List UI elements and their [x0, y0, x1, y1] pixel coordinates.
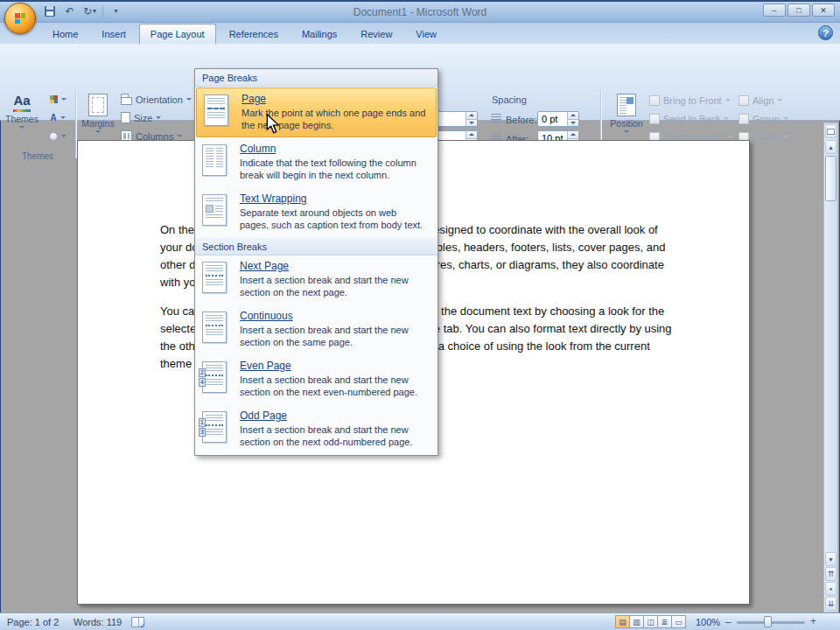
close-button[interactable]: ✕ [812, 4, 835, 17]
tab-references[interactable]: References [219, 24, 289, 44]
select-browse-object-button[interactable]: ● [825, 582, 836, 596]
spinner-control[interactable] [567, 112, 578, 126]
outline-view-button[interactable]: ≣ [657, 615, 672, 628]
theme-colors-icon [50, 95, 58, 103]
window-title: Document1 - Microsoft Word [0, 6, 840, 18]
proofing-status-button[interactable]: ✓ [131, 617, 144, 627]
scroll-up-button[interactable]: ▲ [825, 140, 836, 154]
web-layout-view-button[interactable]: ◫ [643, 615, 658, 628]
theme-effects-button[interactable] [44, 129, 72, 144]
chevron-down-icon: ▾ [93, 7, 96, 15]
scroll-down-button[interactable]: ▼ [825, 552, 836, 566]
draft-view-button[interactable]: ▭ [671, 615, 686, 628]
undo-button[interactable]: ↶ [62, 4, 77, 18]
next-page-button[interactable]: ⇊ [825, 597, 836, 611]
group-separator [75, 90, 76, 158]
zoom-slider-thumb[interactable] [764, 616, 772, 627]
theme-fonts-button[interactable]: A [44, 110, 72, 125]
menu-item-description: Insert a section break and start the new… [240, 275, 427, 298]
scrollbar-thumb[interactable] [825, 156, 836, 201]
bring-to-front-icon [649, 95, 660, 106]
size-label: Size [134, 113, 152, 123]
page-number-badge: 3 [199, 428, 206, 437]
margins-button-label: Margins [81, 118, 114, 129]
menu-item-description: Separate text around objects on web page… [240, 207, 427, 231]
spinner-control[interactable] [466, 112, 477, 126]
menu-item-title: Page [242, 93, 429, 105]
bring-to-front-button[interactable]: Bring to Front [649, 93, 733, 108]
send-to-back-button[interactable]: Send to Back [649, 111, 733, 126]
group-icon [738, 114, 749, 124]
menu-item-text-wrapping-break[interactable]: Text WrappingSeparate text around object… [195, 188, 438, 238]
tab-home[interactable]: Home [42, 24, 88, 44]
send-to-back-label: Send to Back [663, 114, 720, 124]
size-button[interactable]: Size [117, 110, 195, 125]
tab-view[interactable]: View [405, 24, 447, 44]
print-layout-view-button[interactable]: ▤ [615, 615, 630, 628]
spacing-before-value: 0 pt [538, 114, 557, 124]
theme-fonts-icon: A [50, 114, 56, 122]
full-screen-reading-view-button[interactable]: ▥ [629, 615, 644, 628]
redo-button[interactable]: ↻▾ [82, 4, 97, 18]
help-button[interactable]: ? [818, 25, 833, 40]
page-number-status[interactable]: Page: 1 of 2 [7, 617, 59, 627]
word-window: Document1 - Microsoft Word ↶ ↻▾ ▾ – □ ✕ … [0, 0, 840, 630]
customize-qat-button[interactable]: ▾ [108, 4, 123, 18]
office-logo-icon [15, 13, 25, 24]
theme-colors-button[interactable] [44, 92, 72, 107]
tab-review[interactable]: Review [350, 24, 402, 44]
minimize-button[interactable]: – [763, 4, 786, 17]
menu-item-column-break[interactable]: ColumnIndicate that the text following t… [195, 138, 438, 188]
menu-item-odd-page-section[interactable]: 13 Odd PageInsert a section break and st… [195, 405, 438, 455]
menu-item-description: Indicate that the text following the col… [240, 158, 427, 181]
chevron-down-icon [777, 99, 782, 102]
page-size-icon [121, 112, 130, 123]
toolbar-separator [102, 5, 103, 18]
chevron-down-icon [186, 98, 192, 101]
page-number-badge: 1 [199, 418, 206, 427]
group-button[interactable]: Group [738, 111, 789, 126]
chevron-down-icon [60, 116, 66, 119]
zoom-level-button[interactable]: 100% [696, 617, 720, 627]
view-ruler-button[interactable] [825, 124, 836, 138]
save-button[interactable] [42, 4, 57, 18]
save-icon [45, 6, 55, 17]
menu-item-description: Insert a section break and start the new… [240, 374, 427, 398]
bring-to-front-label: Bring to Front [663, 95, 722, 106]
position-icon [617, 94, 636, 116]
ruler-icon [827, 129, 835, 135]
spacing-before-field[interactable]: 0 pt [537, 111, 579, 127]
themes-aa-icon: Aa [13, 94, 30, 108]
themes-button[interactable]: Aa Themes [4, 90, 40, 148]
zoom-in-button[interactable]: + [810, 615, 816, 627]
tab-page-layout[interactable]: Page Layout [139, 24, 216, 44]
menu-item-title: Text Wrapping [240, 192, 427, 205]
vertical-scrollbar[interactable]: ▲ ▼ ⇈ ● ⇊ [823, 122, 838, 612]
office-button[interactable] [4, 3, 36, 34]
word-count-status[interactable]: Words: 119 [74, 617, 122, 627]
orientation-button[interactable]: Orientation [117, 92, 195, 107]
menu-item-page-break[interactable]: PageMark the point at which one page end… [196, 88, 437, 137]
tab-mailings[interactable]: Mailings [291, 24, 347, 44]
themes-group-label: Themes [0, 151, 75, 161]
maximize-button[interactable]: □ [788, 4, 810, 17]
status-bar: Page: 1 of 2 Words: 119 ✓ ▤ ▥ ◫ ≣ ▭ 100%… [0, 612, 840, 630]
page-break-menu-icon [204, 93, 234, 126]
orientation-icon [121, 94, 132, 105]
spacing-before-icon [491, 114, 501, 123]
previous-page-button[interactable]: ⇈ [825, 567, 836, 581]
menu-item-next-page-section[interactable]: Next PageInsert a section break and star… [195, 256, 438, 305]
column-break-menu-icon [202, 143, 232, 176]
window-border [0, 0, 840, 2]
chevron-down-icon [95, 130, 101, 133]
undo-icon: ↶ [65, 5, 74, 18]
tab-insert[interactable]: Insert [91, 24, 136, 44]
menu-item-even-page-section[interactable]: 24 Even PageInsert a section break and s… [195, 355, 438, 405]
menu-item-continuous-section[interactable]: ContinuousInsert a section break and sta… [195, 305, 438, 355]
chevron-down-icon [783, 117, 788, 120]
chevron-down-icon [624, 130, 629, 133]
zoom-out-button[interactable]: – [725, 616, 732, 628]
align-button[interactable]: Align [738, 93, 789, 108]
page-number-badge: 4 [199, 378, 206, 387]
menu-item-title: Continuous [240, 310, 427, 322]
